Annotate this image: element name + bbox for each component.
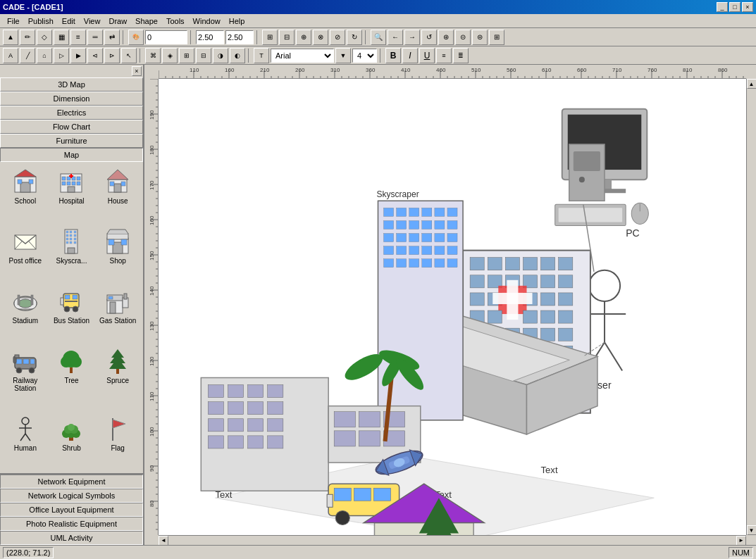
shape-railway[interactable]: Railway Station [3,344,48,410]
shape-busstation[interactable]: Bus Station [49,284,94,343]
input-width[interactable] [196,30,224,44]
menu-file[interactable]: File [3,15,24,27]
tool-pencil[interactable]: ✏ [20,30,35,45]
tool-back[interactable]: ← [388,30,403,45]
menu-publish[interactable]: Publish [24,15,58,27]
canvas-content[interactable]: PC User [159,79,746,535]
font-valign[interactable]: ≣ [453,48,469,63]
scroll-down-btn[interactable]: ▼ [747,525,757,535]
cat-network-equip[interactable]: Network Equipment [0,475,143,489]
close-btn-title[interactable]: × [742,2,753,12]
tool-zoom[interactable]: ⊗ [313,30,328,45]
tool-grid[interactable]: ⊞ [262,30,278,45]
input-value[interactable] [145,30,187,44]
shape-human[interactable]: Human [3,412,48,470]
menu-window[interactable]: Window [189,15,225,27]
tool-lines[interactable]: ≡ [70,30,86,45]
shape-spruce[interactable]: Spruce [95,344,140,410]
tool-snap[interactable]: ⊟ [279,30,295,45]
tool-equal[interactable]: ═ [87,30,103,45]
tool-eraser[interactable]: ◇ [37,30,52,45]
tool-font-icon[interactable]: T [254,48,269,63]
font-select[interactable]: Arial [271,49,334,63]
menu-tools[interactable]: Tools [162,15,189,27]
shape-skyscraper[interactable]: Skyscra... [49,225,94,283]
tool2-4[interactable]: ▷ [54,48,69,63]
tool-arrow[interactable]: ▲ [3,30,18,45]
cat-network-logical[interactable]: Network Logical Symbols [0,489,143,503]
tool2-2[interactable]: ╱ [20,48,35,63]
tool2-13[interactable]: ◑ [213,48,228,63]
cat-photo-realistic[interactable]: Photo Realistic Equipment [0,517,143,531]
menu-help[interactable]: Help [225,15,249,27]
cat-electrics[interactable]: Electrics [0,106,143,120]
shape-tree[interactable]: Tree [49,344,94,410]
tool2-14[interactable]: ◐ [230,48,245,63]
shape-postoffice[interactable]: Post office [3,225,48,283]
font-bold[interactable]: B [385,48,401,63]
tool2-9[interactable]: ⌘ [145,48,161,63]
fontsize-select[interactable]: 4 [352,49,377,63]
svg-rect-203 [228,436,243,448]
shape-shop[interactable]: Shop [95,225,140,283]
tool-hatch[interactable]: ▦ [54,30,69,45]
main-canvas[interactable]: PC User [159,79,746,535]
tool2-8[interactable]: ↖ [121,48,137,63]
tool-extra2[interactable]: ⊝ [455,30,471,45]
cat-map[interactable]: Map [0,148,143,162]
svg-rect-134 [523,310,537,323]
tool2-6[interactable]: ⊲ [87,48,103,63]
shape-gasstation[interactable]: Gas Station [95,284,140,343]
font-underline[interactable]: U [419,48,435,63]
shape-hospital[interactable]: Hospital [49,165,94,223]
tool-extra3[interactable]: ⊜ [472,30,488,45]
panel-close-btn[interactable]: × [132,66,142,76]
font-align[interactable]: ≡ [436,48,452,63]
scroll-left-btn[interactable]: ◄ [159,536,168,546]
maximize-btn[interactable]: □ [729,2,740,12]
menu-draw[interactable]: Draw [104,15,131,27]
tool2-3[interactable]: ⌂ [37,48,52,63]
scroll-up-btn[interactable]: ▲ [747,79,757,89]
shape-school[interactable]: School [3,165,48,223]
shape-flag[interactable]: Flag [95,412,140,470]
shape-shrub[interactable]: Shrub [49,412,94,470]
cat-flowchart[interactable]: Flow Chart [0,120,143,134]
tool-refresh[interactable]: ↺ [421,30,437,45]
cat-furniture[interactable]: Furniture [0,134,143,148]
svg-rect-209 [359,412,380,427]
cat-dimension[interactable]: Dimension [0,92,143,106]
tool-extra1[interactable]: ⊛ [438,30,454,45]
tool-move[interactable]: ⊕ [296,30,311,45]
tool-arrows2[interactable]: ⇄ [104,30,120,45]
canvas-area: PC User [144,65,756,545]
tool2-1[interactable]: A [3,48,18,63]
tool-rotate[interactable]: ↻ [347,30,362,45]
minimize-btn[interactable]: _ [717,2,728,12]
tool2-12[interactable]: ⊟ [196,48,211,63]
font-italic[interactable]: I [402,48,418,63]
menu-view[interactable]: View [80,15,105,27]
svg-rect-30 [70,234,72,237]
cat-uml-activity[interactable]: UML Activity [0,531,143,545]
shape-house[interactable]: House [95,165,140,223]
shape-stadium[interactable]: Stadium [3,284,48,343]
tool2-11[interactable]: ⊞ [179,48,194,63]
scroll-right-btn[interactable]: ► [736,536,746,546]
tool-search[interactable]: 🔍 [371,30,386,45]
tool2-7[interactable]: ⊳ [104,48,120,63]
tool-color[interactable]: 🎨 [128,30,144,45]
tool2-5[interactable]: ▶ [70,48,86,63]
font-size-drop[interactable]: ▼ [335,48,351,63]
tool2-10[interactable]: ◈ [162,48,178,63]
menu-edit[interactable]: Edit [58,15,80,27]
cat-3dmap[interactable]: 3D Map [0,77,143,92]
svg-rect-36 [70,241,72,244]
tool-fwd[interactable]: → [404,30,420,45]
cat-office-layout[interactable]: Office Layout Equipment [0,503,143,517]
input-height[interactable] [225,30,254,44]
menu-shape[interactable]: Shape [131,15,162,27]
tool-connect[interactable]: ⊘ [330,30,345,45]
tool-extra4[interactable]: ⊞ [489,30,504,45]
svg-rect-162 [422,208,432,216]
